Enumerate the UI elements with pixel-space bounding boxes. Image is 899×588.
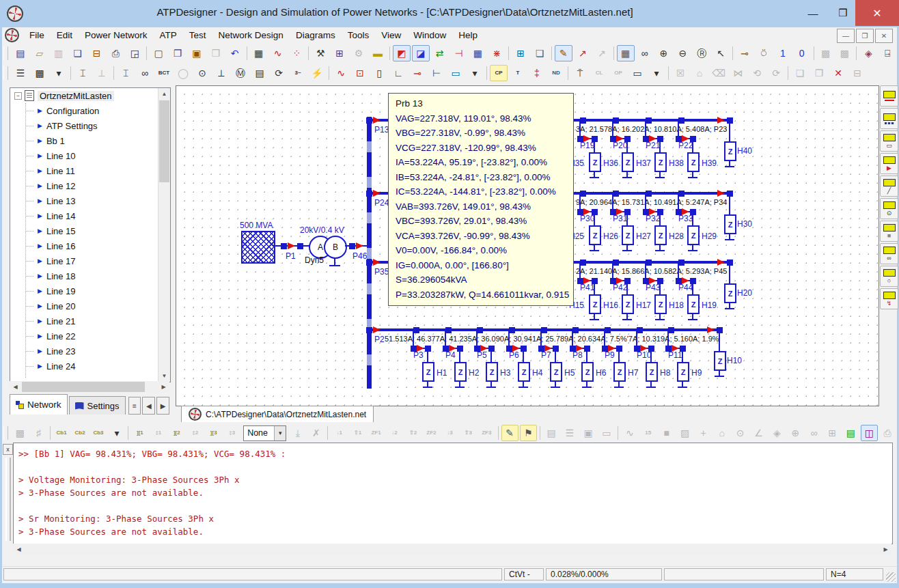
- draw-fault-button[interactable]: ↯: [880, 288, 898, 309]
- paste-button[interactable]: ▣: [188, 45, 206, 61]
- run-table-button[interactable]: ▦: [250, 45, 268, 61]
- lamp-button[interactable]: ⚡: [308, 65, 326, 81]
- print-button[interactable]: ⎙: [107, 45, 124, 61]
- load-impedance[interactable]: Z: [581, 362, 594, 382]
- zoom-in-button[interactable]: ⊕: [654, 45, 672, 61]
- scroll-down-icon[interactable]: ▼: [158, 370, 170, 382]
- bus-node[interactable]: [646, 117, 652, 124]
- menu-item-network-design[interactable]: Network Design: [212, 29, 290, 42]
- zoom-region-button[interactable]: Ⓡ: [693, 45, 710, 61]
- curve-plot-button[interactable]: ∿: [269, 45, 287, 61]
- draw-busbar-button[interactable]: [880, 108, 898, 129]
- console-splitter-handle[interactable]: [5, 458, 11, 541]
- bus-node[interactable]: [580, 260, 586, 266]
- menu-item-tools[interactable]: Tools: [342, 29, 376, 42]
- minimize-button[interactable]: —: [798, 0, 828, 26]
- menu-item-power-network[interactable]: Power Network: [79, 29, 154, 42]
- node-link-button[interactable]: ⊸: [409, 65, 426, 81]
- tree-vertical-scrollbar[interactable]: ▲ ▼: [158, 88, 170, 382]
- breaker-cb1-button[interactable]: Cb1: [53, 425, 70, 441]
- draw-machine-button[interactable]: ○: [880, 266, 898, 287]
- bus-node[interactable]: [613, 260, 619, 266]
- phase-selector[interactable]: None▾: [243, 425, 286, 441]
- busbar-tap-node[interactable]: [366, 327, 372, 333]
- load-impedance[interactable]: Z: [589, 225, 601, 245]
- busbar-tool-button[interactable]: ☰: [12, 65, 29, 81]
- bus-node[interactable]: [646, 191, 652, 197]
- load-impedance[interactable]: Z: [724, 283, 736, 303]
- tree-item-atp-settings[interactable]: ▶ATP Settings: [10, 118, 170, 133]
- bus-node[interactable]: [572, 327, 579, 333]
- menu-item-test[interactable]: Test: [183, 29, 212, 42]
- load-impedance[interactable]: Z: [654, 225, 667, 245]
- cb-dropdown-button[interactable]: ▾: [109, 425, 126, 441]
- bus-node[interactable]: [646, 260, 652, 266]
- new-file-button[interactable]: ▤: [12, 45, 29, 61]
- load-impedance[interactable]: Z: [589, 152, 601, 172]
- mdi-minimize-button[interactable]: —: [837, 29, 855, 43]
- ac-source-button[interactable]: ⊙: [193, 65, 211, 81]
- busbar-tap-node[interactable]: [366, 191, 372, 197]
- data-card-button[interactable]: ▤: [251, 65, 268, 81]
- tree-item-line-14[interactable]: ▶Line 14: [10, 208, 170, 223]
- three-phase-source-button[interactable]: 3~: [289, 65, 307, 81]
- tab-scroll-right-button[interactable]: ▶: [156, 397, 169, 415]
- tab-list-button[interactable]: ≡: [128, 397, 141, 415]
- fill-dropdown-button[interactable]: ▾: [50, 65, 68, 81]
- grid-toggle-button[interactable]: ▦: [617, 45, 635, 61]
- tab-network[interactable]: Network: [10, 394, 68, 415]
- breaker-2-button[interactable]: ][2: [168, 425, 185, 441]
- breaker-3-button[interactable]: ][3: [205, 425, 222, 441]
- load-impedance[interactable]: Z: [687, 152, 700, 172]
- load-impedance[interactable]: Z: [486, 362, 498, 382]
- element-dropdown-button[interactable]: ▾: [648, 65, 665, 81]
- connection-node[interactable]: [297, 243, 303, 249]
- chart-window-button[interactable]: ◫: [861, 425, 878, 441]
- load-impedance[interactable]: Z: [687, 225, 700, 245]
- scroll-left-icon[interactable]: ◀: [13, 544, 25, 555]
- tree-item-line-12[interactable]: ▶Line 12: [10, 178, 170, 193]
- t-switch-button[interactable]: ⍑: [571, 65, 589, 81]
- bus-node[interactable]: [445, 327, 452, 333]
- phase-one-button[interactable]: 1: [774, 45, 792, 61]
- scatter-plot-button[interactable]: ⁘: [288, 45, 305, 61]
- menu-item-edit[interactable]: Edit: [51, 29, 79, 42]
- inductor-button[interactable]: ∞: [136, 65, 154, 81]
- route-corner-button[interactable]: ∟: [389, 65, 407, 81]
- tools-hammer-button[interactable]: ⚒: [312, 45, 329, 61]
- menu-item-view[interactable]: View: [375, 29, 407, 42]
- console-output[interactable]: >> [Bb 1] VAG= 98.431%; VBG= 98.431%; VC…: [13, 443, 893, 544]
- draw-transformer-button[interactable]: ∞: [880, 243, 898, 264]
- properties-button[interactable]: ⊞: [331, 45, 348, 61]
- tree-horizontal-scrollbar[interactable]: ◀ ▶: [10, 381, 169, 393]
- tab-settings[interactable]: Settings: [69, 396, 126, 415]
- help-book-button[interactable]: ◈: [859, 45, 877, 61]
- tree-item-line-17[interactable]: ▶Line 17: [10, 253, 170, 268]
- bus-node[interactable]: [678, 191, 684, 197]
- delete-element-button[interactable]: ✕: [829, 65, 847, 81]
- bus-node[interactable]: [613, 117, 619, 124]
- copy-button[interactable]: ❐: [169, 45, 186, 61]
- fuse-element-button[interactable]: ▭: [628, 65, 646, 81]
- bus-node[interactable]: [678, 117, 684, 124]
- rotating-machine-button[interactable]: ⟳: [270, 65, 288, 81]
- cut-network-button[interactable]: ⋇: [488, 45, 506, 61]
- rail-element-button[interactable]: ‡: [528, 65, 546, 81]
- copy-attributes-button[interactable]: ❏: [531, 45, 549, 61]
- plot-red-button[interactable]: ◩: [393, 45, 411, 61]
- project-tree[interactable]: −OrtznetzMitLasten▶Configuration▶ATP Set…: [10, 87, 171, 382]
- resize-grip[interactable]: [886, 572, 896, 582]
- exchange-arrows-button[interactable]: ⇄: [431, 45, 449, 61]
- tree-item-line-16[interactable]: ▶Line 16: [10, 238, 170, 253]
- menu-item-file[interactable]: File: [23, 29, 51, 42]
- connection-node[interactable]: [281, 243, 287, 249]
- load-impedance[interactable]: Z: [518, 362, 530, 382]
- t-element-button[interactable]: T: [509, 65, 527, 81]
- nd-element-button[interactable]: ND: [547, 65, 565, 81]
- tree-root-item[interactable]: −OrtznetzMitLasten: [10, 88, 170, 103]
- load-impedance[interactable]: Z: [714, 351, 726, 371]
- tree-scroll-thumb[interactable]: [159, 100, 169, 182]
- report-doc-button[interactable]: ▯: [370, 65, 388, 81]
- probe-a-button[interactable]: ⌶: [74, 65, 92, 81]
- load-impedance[interactable]: Z: [454, 362, 467, 382]
